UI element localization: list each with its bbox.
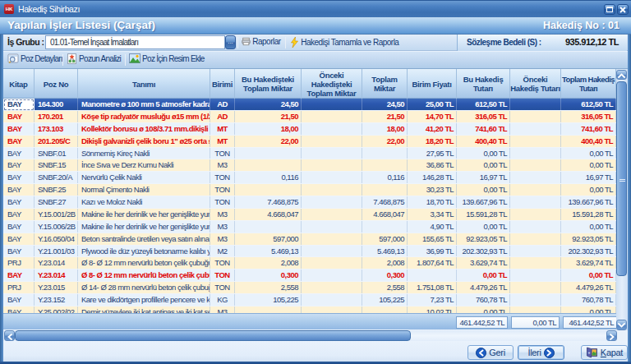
- svg-text:+: +: [587, 350, 590, 355]
